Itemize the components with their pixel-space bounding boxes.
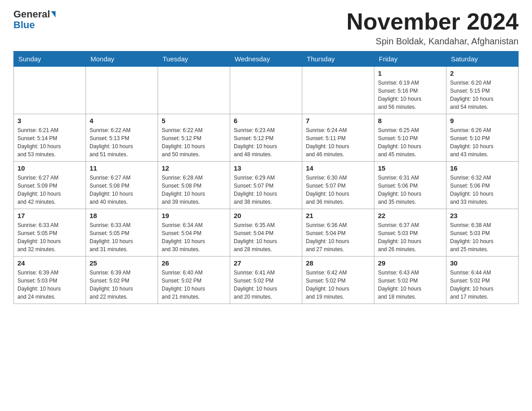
calendar-cell: 8Sunrise: 6:25 AMSunset: 5:10 PMDaylight… [374, 114, 446, 162]
day-info: Sunrise: 6:43 AMSunset: 5:02 PMDaylight:… [378, 269, 442, 301]
day-number: 30 [450, 259, 515, 267]
day-info: Sunrise: 6:34 AMSunset: 5:04 PMDaylight:… [162, 221, 226, 253]
day-number: 16 [450, 164, 515, 172]
calendar-cell: 3Sunrise: 6:21 AMSunset: 5:14 PMDaylight… [14, 114, 86, 162]
day-number: 18 [90, 212, 154, 219]
day-number: 25 [90, 259, 154, 267]
day-number: 15 [378, 164, 442, 172]
calendar-cell: 9Sunrise: 6:26 AMSunset: 5:10 PMDaylight… [446, 114, 519, 162]
week-row-1: 3Sunrise: 6:21 AMSunset: 5:14 PMDaylight… [14, 114, 519, 162]
day-info: Sunrise: 6:24 AMSunset: 5:11 PMDaylight:… [306, 126, 370, 158]
month-title: November 2024 [347, 9, 519, 34]
day-info: Sunrise: 6:22 AMSunset: 5:13 PMDaylight:… [90, 126, 154, 158]
day-info: Sunrise: 6:22 AMSunset: 5:12 PMDaylight:… [162, 126, 226, 158]
logo-general-text: General [13, 9, 50, 20]
calendar-cell: 14Sunrise: 6:30 AMSunset: 5:07 PMDayligh… [302, 162, 374, 209]
calendar-cell: 11Sunrise: 6:27 AMSunset: 5:08 PMDayligh… [86, 162, 158, 209]
day-number: 26 [162, 259, 226, 267]
logo: General Blue [13, 9, 56, 30]
calendar-cell: 18Sunrise: 6:33 AMSunset: 5:05 PMDayligh… [86, 209, 158, 257]
day-header-thursday: Thursday [302, 51, 374, 67]
calendar-cell [86, 67, 158, 114]
day-info: Sunrise: 6:40 AMSunset: 5:02 PMDaylight:… [162, 269, 226, 301]
day-header-friday: Friday [374, 51, 446, 67]
day-header-wednesday: Wednesday [230, 51, 302, 67]
day-number: 6 [234, 117, 298, 124]
day-info: Sunrise: 6:29 AMSunset: 5:07 PMDaylight:… [234, 174, 298, 206]
calendar-cell: 12Sunrise: 6:28 AMSunset: 5:08 PMDayligh… [158, 162, 230, 209]
day-header-saturday: Saturday [446, 51, 519, 67]
day-info: Sunrise: 6:20 AMSunset: 5:15 PMDaylight:… [450, 79, 515, 111]
calendar-cell: 6Sunrise: 6:23 AMSunset: 5:12 PMDaylight… [230, 114, 302, 162]
calendar-cell: 30Sunrise: 6:44 AMSunset: 5:02 PMDayligh… [446, 257, 519, 304]
day-info: Sunrise: 6:33 AMSunset: 5:05 PMDaylight:… [90, 221, 154, 253]
day-number: 8 [378, 117, 442, 124]
calendar-cell: 10Sunrise: 6:27 AMSunset: 5:09 PMDayligh… [14, 162, 86, 209]
calendar-cell: 5Sunrise: 6:22 AMSunset: 5:12 PMDaylight… [158, 114, 230, 162]
day-header-monday: Monday [86, 51, 158, 67]
calendar-cell: 19Sunrise: 6:34 AMSunset: 5:04 PMDayligh… [158, 209, 230, 257]
logo-blue-text: Blue [13, 19, 35, 30]
day-info: Sunrise: 6:39 AMSunset: 5:03 PMDaylight:… [17, 269, 82, 301]
day-info: Sunrise: 6:33 AMSunset: 5:05 PMDaylight:… [17, 221, 82, 253]
day-info: Sunrise: 6:23 AMSunset: 5:12 PMDaylight:… [234, 126, 298, 158]
location-subtitle: Spin Boldak, Kandahar, Afghanistan [347, 36, 519, 47]
day-info: Sunrise: 6:35 AMSunset: 5:04 PMDaylight:… [234, 221, 298, 253]
day-number: 29 [378, 259, 442, 267]
day-header-tuesday: Tuesday [158, 51, 230, 67]
day-info: Sunrise: 6:19 AMSunset: 5:16 PMDaylight:… [378, 79, 442, 111]
page-header: General Blue November 2024 Spin Boldak, … [13, 9, 519, 47]
calendar-cell: 7Sunrise: 6:24 AMSunset: 5:11 PMDaylight… [302, 114, 374, 162]
day-number: 3 [17, 117, 82, 124]
calendar-cell: 24Sunrise: 6:39 AMSunset: 5:03 PMDayligh… [14, 257, 86, 304]
title-area: November 2024 Spin Boldak, Kandahar, Afg… [347, 9, 519, 47]
calendar-cell: 13Sunrise: 6:29 AMSunset: 5:07 PMDayligh… [230, 162, 302, 209]
day-number: 24 [17, 259, 82, 267]
day-info: Sunrise: 6:30 AMSunset: 5:07 PMDaylight:… [306, 174, 370, 206]
calendar-cell: 23Sunrise: 6:38 AMSunset: 5:03 PMDayligh… [446, 209, 519, 257]
day-number: 2 [450, 69, 515, 77]
header-row: SundayMondayTuesdayWednesdayThursdayFrid… [14, 51, 519, 67]
day-info: Sunrise: 6:41 AMSunset: 5:02 PMDaylight:… [234, 269, 298, 301]
day-info: Sunrise: 6:28 AMSunset: 5:08 PMDaylight:… [162, 174, 226, 206]
calendar-cell: 26Sunrise: 6:40 AMSunset: 5:02 PMDayligh… [158, 257, 230, 304]
week-row-2: 10Sunrise: 6:27 AMSunset: 5:09 PMDayligh… [14, 162, 519, 209]
day-number: 14 [306, 164, 370, 172]
day-number: 1 [378, 69, 442, 77]
day-number: 7 [306, 117, 370, 124]
calendar-cell: 16Sunrise: 6:32 AMSunset: 5:06 PMDayligh… [446, 162, 519, 209]
day-info: Sunrise: 6:42 AMSunset: 5:02 PMDaylight:… [306, 269, 370, 301]
day-number: 22 [378, 212, 442, 219]
day-number: 17 [17, 212, 82, 219]
day-info: Sunrise: 6:26 AMSunset: 5:10 PMDaylight:… [450, 126, 515, 158]
day-info: Sunrise: 6:39 AMSunset: 5:02 PMDaylight:… [90, 269, 154, 301]
day-info: Sunrise: 6:21 AMSunset: 5:14 PMDaylight:… [17, 126, 82, 158]
day-info: Sunrise: 6:38 AMSunset: 5:03 PMDaylight:… [450, 221, 515, 253]
day-number: 28 [306, 259, 370, 267]
calendar-cell: 2Sunrise: 6:20 AMSunset: 5:15 PMDaylight… [446, 67, 519, 114]
day-number: 9 [450, 117, 515, 124]
calendar-cell [302, 67, 374, 114]
day-number: 10 [17, 164, 82, 172]
calendar-cell [158, 67, 230, 114]
calendar-cell: 27Sunrise: 6:41 AMSunset: 5:02 PMDayligh… [230, 257, 302, 304]
day-info: Sunrise: 6:44 AMSunset: 5:02 PMDaylight:… [450, 269, 515, 301]
calendar-cell: 22Sunrise: 6:37 AMSunset: 5:03 PMDayligh… [374, 209, 446, 257]
day-number: 5 [162, 117, 226, 124]
day-info: Sunrise: 6:27 AMSunset: 5:09 PMDaylight:… [17, 174, 82, 206]
day-info: Sunrise: 6:37 AMSunset: 5:03 PMDaylight:… [378, 221, 442, 253]
day-number: 13 [234, 164, 298, 172]
day-header-sunday: Sunday [14, 51, 86, 67]
logo-triangle-icon [51, 11, 56, 17]
calendar-cell [14, 67, 86, 114]
day-info: Sunrise: 6:25 AMSunset: 5:10 PMDaylight:… [378, 126, 442, 158]
day-number: 12 [162, 164, 226, 172]
calendar-cell: 29Sunrise: 6:43 AMSunset: 5:02 PMDayligh… [374, 257, 446, 304]
calendar-cell [230, 67, 302, 114]
day-number: 19 [162, 212, 226, 219]
day-info: Sunrise: 6:27 AMSunset: 5:08 PMDaylight:… [90, 174, 154, 206]
calendar-cell: 25Sunrise: 6:39 AMSunset: 5:02 PMDayligh… [86, 257, 158, 304]
week-row-4: 24Sunrise: 6:39 AMSunset: 5:03 PMDayligh… [14, 257, 519, 304]
calendar-cell: 1Sunrise: 6:19 AMSunset: 5:16 PMDaylight… [374, 67, 446, 114]
day-info: Sunrise: 6:36 AMSunset: 5:04 PMDaylight:… [306, 221, 370, 253]
